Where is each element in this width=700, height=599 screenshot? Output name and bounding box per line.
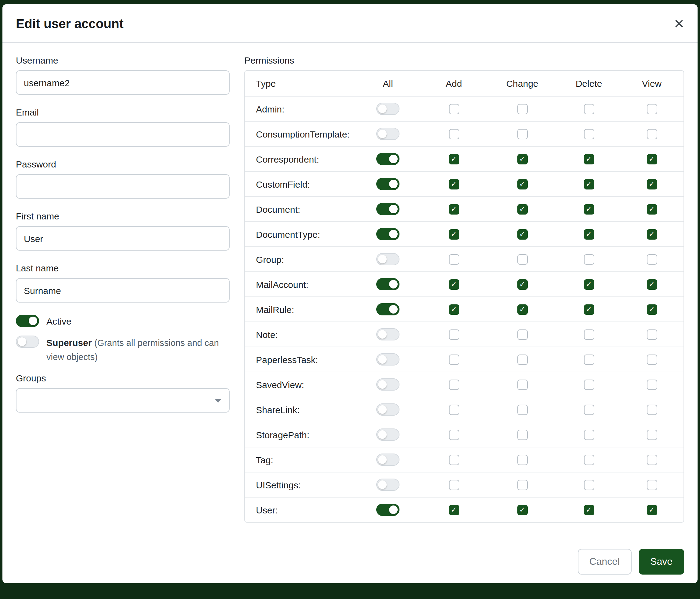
permission-all-toggle[interactable] [376,504,399,516]
permission-delete-checkbox[interactable] [584,329,594,339]
permission-add-checkbox[interactable] [449,379,459,390]
permission-delete-checkbox[interactable] [584,354,594,365]
permission-all-toggle[interactable] [376,454,399,466]
permission-change-checkbox[interactable] [517,154,527,164]
first-name-field[interactable] [16,226,230,250]
permission-add-checkbox[interactable] [449,254,459,264]
permission-type: ShareLink: [245,404,355,415]
permission-all-toggle[interactable] [376,403,399,416]
permission-delete-checkbox[interactable] [584,179,594,189]
permission-all-toggle[interactable] [376,103,399,115]
save-button[interactable]: Save [639,549,684,575]
permission-all-toggle[interactable] [376,278,399,290]
permission-delete-checkbox[interactable] [584,154,594,164]
close-icon[interactable]: × [674,15,684,32]
permission-view-checkbox[interactable] [647,480,657,490]
permission-view-checkbox[interactable] [647,229,657,239]
permission-all-toggle[interactable] [376,128,399,140]
email-field[interactable] [16,122,230,147]
permission-add-checkbox[interactable] [449,480,459,490]
superuser-toggle[interactable] [16,336,39,348]
permission-change-checkbox[interactable] [517,404,527,415]
permission-delete-checkbox[interactable] [584,129,594,139]
permission-change-checkbox[interactable] [517,103,527,114]
permission-delete-checkbox[interactable] [584,505,594,515]
permission-all-toggle[interactable] [376,228,399,240]
permission-delete-checkbox[interactable] [584,103,594,114]
permission-change-checkbox[interactable] [517,354,527,365]
permission-view-checkbox[interactable] [647,103,657,114]
permission-view-checkbox[interactable] [647,179,657,189]
permission-add-checkbox[interactable] [449,354,459,365]
permission-change-checkbox[interactable] [517,480,527,490]
permission-add-checkbox[interactable] [449,179,459,189]
username-input[interactable] [16,70,230,95]
permission-type: ConsumptionTemplate: [245,129,355,139]
permission-add-checkbox[interactable] [449,304,459,314]
password-field[interactable] [16,174,230,199]
permission-all-toggle[interactable] [376,353,399,365]
permission-change-checkbox[interactable] [517,279,527,289]
permission-change-checkbox[interactable] [517,505,527,515]
permission-delete-checkbox[interactable] [584,204,594,214]
permission-change-checkbox[interactable] [517,254,527,264]
permission-add-checkbox[interactable] [449,505,459,515]
groups-input[interactable] [16,388,230,413]
permission-change-checkbox[interactable] [517,329,527,339]
permission-all-toggle[interactable] [376,328,399,340]
permission-change-checkbox[interactable] [517,379,527,390]
permission-add-checkbox[interactable] [449,103,459,114]
permission-delete-checkbox[interactable] [584,379,594,390]
permission-view-checkbox[interactable] [647,304,657,314]
permission-delete-checkbox[interactable] [584,454,594,465]
permission-delete-checkbox[interactable] [584,480,594,490]
permission-delete-checkbox[interactable] [584,429,594,440]
permission-add-checkbox[interactable] [449,404,459,415]
permission-change-checkbox[interactable] [517,304,527,314]
permission-add-checkbox[interactable] [449,454,459,465]
permission-add-checkbox[interactable] [449,279,459,289]
permission-add-checkbox[interactable] [449,429,459,440]
permission-all-toggle[interactable] [376,153,399,165]
permission-view-checkbox[interactable] [647,254,657,264]
permission-all-toggle[interactable] [376,203,399,215]
permission-view-checkbox[interactable] [647,379,657,390]
permission-change-checkbox[interactable] [517,129,527,139]
permission-all-toggle[interactable] [376,178,399,190]
permission-change-checkbox[interactable] [517,204,527,214]
permission-add-checkbox[interactable] [449,229,459,239]
permission-delete-checkbox[interactable] [584,404,594,415]
groups-select[interactable] [16,388,230,413]
permission-view-checkbox[interactable] [647,354,657,365]
permission-view-checkbox[interactable] [647,429,657,440]
permission-delete-checkbox[interactable] [584,229,594,239]
permission-view-checkbox[interactable] [647,404,657,415]
permission-add-checkbox[interactable] [449,154,459,164]
permission-view-checkbox[interactable] [647,329,657,339]
permission-all-toggle[interactable] [376,479,399,491]
permission-delete-checkbox[interactable] [584,304,594,314]
permission-delete-checkbox[interactable] [584,254,594,264]
permission-view-checkbox[interactable] [647,454,657,465]
permission-change-checkbox[interactable] [517,454,527,465]
permission-all-toggle[interactable] [376,253,399,265]
permission-change-checkbox[interactable] [517,429,527,440]
permission-add-checkbox[interactable] [449,329,459,339]
permission-add-checkbox[interactable] [449,129,459,139]
permission-view-checkbox[interactable] [647,204,657,214]
permission-view-checkbox[interactable] [647,129,657,139]
permission-all-toggle[interactable] [376,303,399,315]
permission-view-checkbox[interactable] [647,505,657,515]
permission-view-checkbox[interactable] [647,154,657,164]
permissions-header-type: Type [245,78,355,89]
permission-add-checkbox[interactable] [449,204,459,214]
permission-all-toggle[interactable] [376,378,399,390]
permission-delete-checkbox[interactable] [584,279,594,289]
permission-change-checkbox[interactable] [517,179,527,189]
permission-view-checkbox[interactable] [647,279,657,289]
active-toggle[interactable] [16,315,39,327]
permission-change-checkbox[interactable] [517,229,527,239]
permission-all-toggle[interactable] [376,429,399,441]
last-name-field[interactable] [16,278,230,303]
cancel-button[interactable]: Cancel [577,549,631,575]
